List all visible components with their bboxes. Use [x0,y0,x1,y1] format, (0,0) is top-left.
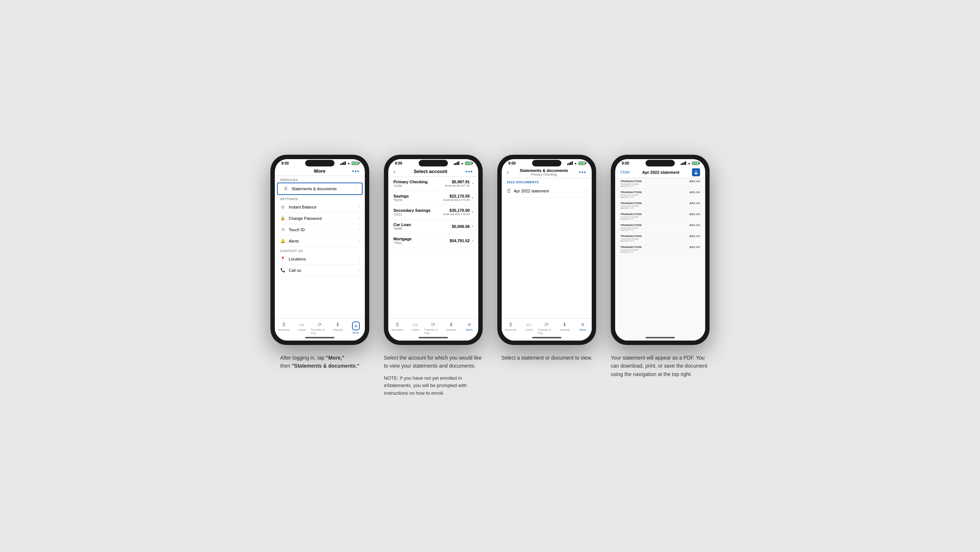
trans-label-7: TRANSACTION [620,246,689,249]
more-dots-2[interactable]: ••• [466,169,473,174]
deposit-tab-label: Deposit [333,328,343,332]
trans-amount-4: -$XX.XX [689,213,700,220]
step-3-container: 9:00 ▲ ‹ [497,155,596,362]
tab-more-1[interactable]: ≡ More [347,320,365,335]
instant-balance-label: Instant Balance [289,205,317,209]
status-bar-1: 9:00 ▲ [275,159,365,166]
account-chevron-secondary: › [472,210,473,214]
tab-transfer-1[interactable]: ⟳ Transfer & Pay [311,320,329,335]
phone-4: 9:00 ▲ Close Apr 20 [611,155,710,345]
account-chevron-primary: › [472,181,473,186]
touch-id-label: Touch ID [289,228,304,232]
lock-icon: 🔒 [280,216,286,221]
cards-icon-3: ▭ [526,322,531,327]
account-name-savings: Savings [393,194,443,198]
instant-chevron: › [359,205,360,209]
alerts-left: 🔔 Alerts [280,238,299,244]
account-item-savings[interactable]: Savings *5678 $22,170.55 Avail bal $22,1… [388,191,478,205]
more-dots-1[interactable]: ••• [352,168,360,174]
time-4: 9:00 [622,161,629,165]
touch-id-item[interactable]: ⊙ Touch ID › [275,224,365,236]
account-num-primary: *1234 [393,184,445,188]
change-password-left: 🔒 Change Password [280,216,322,221]
transfer-tab-label: Transfer & Pay [311,328,329,335]
deposit-icon-2: ⬇ [449,322,453,327]
trans-amount-1: -$XX.XX [689,179,700,187]
balance-main-savings: $22,170.55 [443,194,469,198]
instant-balance-icon: ◎ [280,204,286,210]
tab-cards-3[interactable]: ▭ Cards [520,320,538,335]
account-item-primary-checking[interactable]: Primary Checking *1234 $5,987.91 Avail b… [388,177,478,191]
balance-avail-secondary: Avail bal $35,170.00 [443,213,469,216]
signal-icon-3 [567,161,573,165]
share-button[interactable] [692,168,700,176]
balance-main-secondary: $35,170.00 [443,208,469,213]
step-4-description: Your statement will appear as a PDF. You… [611,354,710,378]
more-label-2: More [466,328,473,332]
account-balance-secondary: $35,170.00 Avail bal $35,170.00 [443,208,469,216]
battery-icon-2 [465,162,472,165]
back-header-3: ‹ Statements & documents Primary Checkin… [502,166,592,178]
trans-left-4: TRANSACTION Transaction detailsMM/DD/YYY… [620,213,689,220]
close-button[interactable]: Close [620,170,630,174]
pdf-title: Apr 2022 statement [642,170,679,174]
account-item-car-loan[interactable]: Car Loan *9999 $5,006.56 › [388,219,478,234]
deposit-tab-icon: ⬇ [336,322,340,327]
trans-amount-6: -$XX.XX [689,235,700,242]
apr-2022-label: Apr 2022 statement [514,189,549,193]
phone-icon: 📞 [280,267,286,273]
tab-transfer-2[interactable]: ⟳ Transfer & Pay [424,320,442,335]
change-password-item[interactable]: 🔒 Change Password › [275,213,365,224]
apr-2022-statement-item[interactable]: ☰ Apr 2022 statement › [502,185,592,198]
tab-more-3[interactable]: ≡ More [574,320,592,335]
tab-accounts-2[interactable]: $ Accounts [388,320,406,335]
nav-title-2: Select account [395,169,466,174]
status-bar-3: 9:00 ▲ [502,159,592,166]
step-4-container: 9:00 ▲ Close Apr 20 [611,155,710,378]
balance-avail-savings: Avail bal $22,170.55 [443,198,469,201]
tab-cards-1[interactable]: ▭ Cards [293,320,311,335]
wifi-icon-1: ▲ [347,162,350,165]
tab-deposit-3[interactable]: ⬇ Deposit [556,320,574,335]
account-info-car: Car Loan *9999 [393,222,452,230]
account-item-mortgage[interactable]: Mortgage *7821 $54,791.52 › [388,234,478,248]
alerts-item[interactable]: 🔔 Alerts › [275,236,365,247]
accounts-label-3: Accounts [504,328,517,332]
alerts-chevron: › [359,239,360,243]
call-us-left: 📞 Call us [280,267,301,273]
tab-deposit-1[interactable]: ⬇ Deposit [329,320,347,335]
tab-deposit-2[interactable]: ⬇ Deposit [442,320,460,335]
touchid-chevron: › [359,228,360,232]
call-us-chevron: › [359,268,360,272]
transaction-row-4: TRANSACTION Transaction detailsMM/DD/YYY… [615,211,705,222]
account-info-secondary: Secondary Savings *1011 [393,208,443,216]
bell-icon: 🔔 [280,238,286,244]
statements-documents-item[interactable]: ☰ Statements & documents › [277,182,363,195]
account-item-secondary-savings[interactable]: Secondary Savings *1011 $35,170.00 Avail… [388,205,478,219]
tab-transfer-3[interactable]: ⟳ Transfer & Pay [538,320,555,335]
tab-accounts-1[interactable]: $ Accounts [275,320,293,335]
document-list-icon: ☰ [507,189,511,194]
call-us-item[interactable]: 📞 Call us › [275,265,365,276]
tab-accounts-3[interactable]: $ Accounts [502,320,520,335]
transfer-icon-3: ⟳ [544,322,549,327]
battery-icon-3 [579,162,585,165]
tab-cards-2[interactable]: ▭ Cards [406,320,424,335]
wifi-icon-3: ▲ [574,162,577,165]
nav-title-3-sub: Primary Checking [509,173,579,176]
balance-main-primary: $5,987.91 [445,179,470,184]
tab-more-2[interactable]: ≡ More [460,320,478,335]
more-dots-3[interactable]: ••• [579,170,587,175]
instant-balance-item[interactable]: ◎ Instant Balance › [275,201,365,213]
cards-label-2: Cards [411,328,419,332]
touch-id-left: ⊙ Touch ID [280,227,304,233]
trans-left-5: TRANSACTION Transaction detailsMM/DD/YYY… [620,224,689,231]
wifi-icon-2: ▲ [461,162,464,165]
wifi-icon-4: ▲ [687,162,690,165]
nav-title-3-main: Statements & documents [509,168,579,173]
nav-title-3-wrapper: Statements & documents Primary Checking [509,168,579,176]
account-chevron-savings: › [472,196,473,200]
locations-item[interactable]: 📍 Locations › [275,254,365,265]
statements-label: Statements & documents [292,187,337,191]
desc1-bold1: "More," [326,355,344,361]
